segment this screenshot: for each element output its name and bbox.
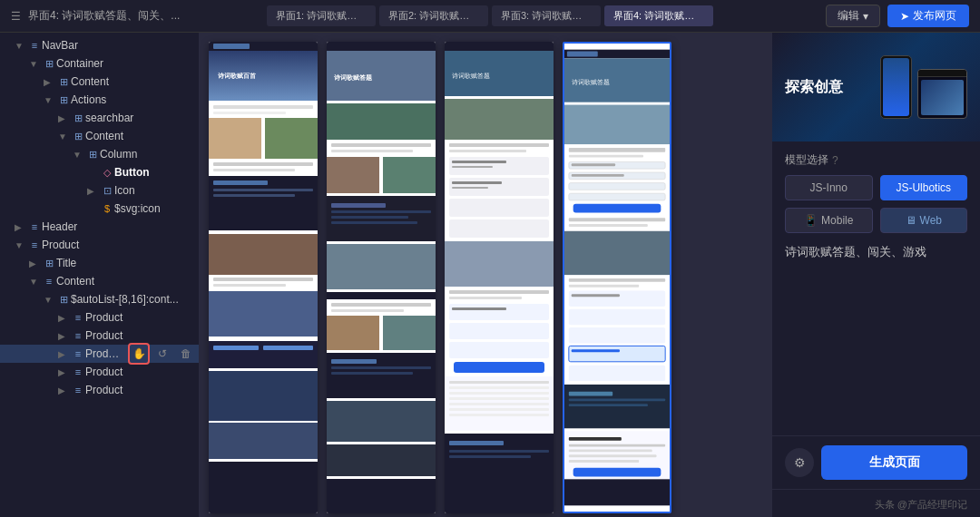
tree-item-label: Icon <box>114 184 199 197</box>
tree-icon[interactable]: ▶ ⊡ Icon <box>0 181 199 200</box>
tree-button[interactable]: ◇ Button <box>0 163 199 181</box>
tree-item-label: Content <box>85 130 199 142</box>
publish-button[interactable]: ➤ 发布网页 <box>887 5 969 27</box>
phone-screen <box>883 58 909 116</box>
svg-rect-39 <box>327 292 436 299</box>
tree-product-5[interactable]: ▶ ≡ Product <box>0 381 199 399</box>
component-icon: $ <box>100 203 114 214</box>
chevron-down-icon: ▾ <box>863 10 868 23</box>
svg-rect-116 <box>569 437 622 441</box>
svg-rect-7 <box>209 118 261 159</box>
tab-page4[interactable]: 界面4: 诗词歌赋答题、... <box>604 5 713 26</box>
settings-icon[interactable]: ⚙ <box>785 448 814 477</box>
svg-rect-18 <box>209 291 318 337</box>
tree-product-3[interactable]: ▶ ≡ Product , ✋ ↺ 🗑 <box>0 345 199 363</box>
svg-rect-121 <box>573 468 662 477</box>
topbar: ☰ 界面4: 诗词歌赋答题、闯关、... 界面1: 诗词歌赋答题、... 界面2… <box>0 0 980 33</box>
page-preview-3[interactable]: 诗词歌赋答题 <box>445 42 554 513</box>
tree-item-label: Content <box>56 275 199 288</box>
explore-banner: 探索创意 <box>772 33 980 141</box>
svg-rect-62 <box>452 187 488 189</box>
model-label-text: 模型选择 <box>785 152 828 168</box>
svg-rect-74 <box>449 381 549 384</box>
svg-rect-38 <box>327 244 436 289</box>
refresh-icon[interactable]: ↺ <box>152 343 173 365</box>
svg-rect-49 <box>327 444 436 476</box>
tree-product-2[interactable]: ▶ ≡ Product <box>0 327 199 345</box>
mobile-label: Mobile <box>821 214 853 227</box>
tab-page3[interactable]: 界面3: 诗词歌赋答题、... <box>492 5 601 26</box>
expand-arrow: ▼ <box>44 295 56 305</box>
tree-product-content[interactable]: ▼ ≡ Content <box>0 272 199 290</box>
help-icon: ? <box>832 154 838 167</box>
svg-rect-67 <box>449 297 522 299</box>
model-js-inno[interactable]: JS-Inno <box>785 175 873 200</box>
tree-actions[interactable]: ▼ ⊞ Actions <box>0 91 199 109</box>
svg-rect-122 <box>564 479 670 505</box>
device-mobile[interactable]: 📱 Mobile <box>785 208 873 233</box>
svg-rect-21 <box>263 346 313 350</box>
svg-rect-30 <box>331 150 413 152</box>
component-icon: ⊞ <box>56 94 71 106</box>
model-js-ulbotics[interactable]: JS-Ulbotics <box>880 175 968 200</box>
grab-icon[interactable]: ✋ <box>128 343 150 365</box>
svg-rect-22 <box>209 371 318 421</box>
tree-searchbar[interactable]: ▶ ⊞ searchbar <box>0 109 199 127</box>
tree-container[interactable]: ▼ ⊞ Container <box>0 54 199 73</box>
mockup-titlebar <box>918 70 966 77</box>
svg-rect-69 <box>452 307 506 310</box>
page-preview-1[interactable]: 诗词歌赋百首 <box>209 42 318 513</box>
tree-content-1[interactable]: ▶ ⊞ Content <box>0 73 199 91</box>
monitor-icon: 🖥 <box>906 214 916 227</box>
expand-arrow: ▶ <box>15 222 27 232</box>
tree-content-2[interactable]: ▼ ⊞ Content <box>0 127 199 145</box>
expand-arrow: ▶ <box>44 77 56 87</box>
tree-item-label: Actions <box>71 93 199 106</box>
tree-column[interactable]: ▼ ⊞ Column <box>0 145 199 163</box>
tree-title[interactable]: ▶ ⊞ Title <box>0 254 199 272</box>
tab-page1[interactable]: 界面1: 诗词歌赋答题、... <box>267 5 376 26</box>
expand-arrow: ▶ <box>58 313 71 323</box>
tree-item-label: Column <box>100 148 199 161</box>
tree-item-label: Product <box>85 384 199 396</box>
svg-rect-100 <box>569 224 648 227</box>
expand-arrow: ▶ <box>58 349 71 359</box>
svg-rect-119 <box>569 454 657 457</box>
svg-rect-34 <box>331 203 386 208</box>
svg-rect-25 <box>327 42 436 51</box>
svg-rect-72 <box>454 362 544 373</box>
edit-button[interactable]: 编辑 ▾ <box>826 5 880 27</box>
delete-icon[interactable]: 🗑 <box>175 343 197 365</box>
component-tree: ▼ ≡ NavBar ▼ ⊞ Container ▶ ⊞ Content ▼ <box>0 33 200 517</box>
model-options: JS-Inno JS-Ulbotics 📱 Mobile 🖥 Web <box>785 175 967 233</box>
web-label: Web <box>920 214 942 227</box>
component-icon: ⊞ <box>85 149 100 161</box>
page-preview-4[interactable]: 诗词歌赋答题 <box>563 42 671 513</box>
device-web[interactable]: 🖥 Web <box>880 208 968 233</box>
tree-svg-icon[interactable]: $ $svg:icon <box>0 200 199 218</box>
generate-button[interactable]: 生成页面 <box>821 445 967 480</box>
tree-item-label: Product <box>85 311 199 324</box>
tree-item-label: $autoList-[8,16]:cont... <box>71 293 199 306</box>
page-preview-2[interactable]: 诗词歌赋答题 <box>327 42 436 513</box>
tree-product-4[interactable]: ▶ ≡ Product <box>0 363 199 381</box>
component-icon: ⊞ <box>71 112 85 124</box>
tree-header[interactable]: ▶ ≡ Header <box>0 218 199 236</box>
tree-product-1[interactable]: ▶ ≡ Product <box>0 308 199 327</box>
expand-arrow: ▶ <box>58 385 71 395</box>
project-description: 诗词歌赋答题、闯关、游戏 <box>785 244 967 260</box>
tree-product-top[interactable]: ▼ ≡ Product <box>0 236 199 254</box>
svg-rect-5 <box>213 105 313 109</box>
tree-autolist[interactable]: ▼ ⊞ $autoList-[8,16]:cont... <box>0 290 199 308</box>
page3-svg: 诗词歌赋答题 <box>445 42 554 513</box>
svg-rect-51 <box>445 42 554 51</box>
tree-item-label: Header <box>42 220 199 233</box>
component-icon: ≡ <box>71 330 85 341</box>
tab-page2[interactable]: 界面2: 诗词歌赋答题、... <box>379 5 488 26</box>
svg-rect-84 <box>449 455 531 458</box>
device-mockups <box>880 55 967 119</box>
tree-navbar[interactable]: ▼ ≡ NavBar <box>0 36 199 54</box>
svg-rect-81 <box>445 434 554 513</box>
page-tabs: 界面1: 诗词歌赋答题、... 界面2: 诗词歌赋答题、... 界面3: 诗词歌… <box>267 5 713 26</box>
svg-rect-113 <box>569 398 665 401</box>
